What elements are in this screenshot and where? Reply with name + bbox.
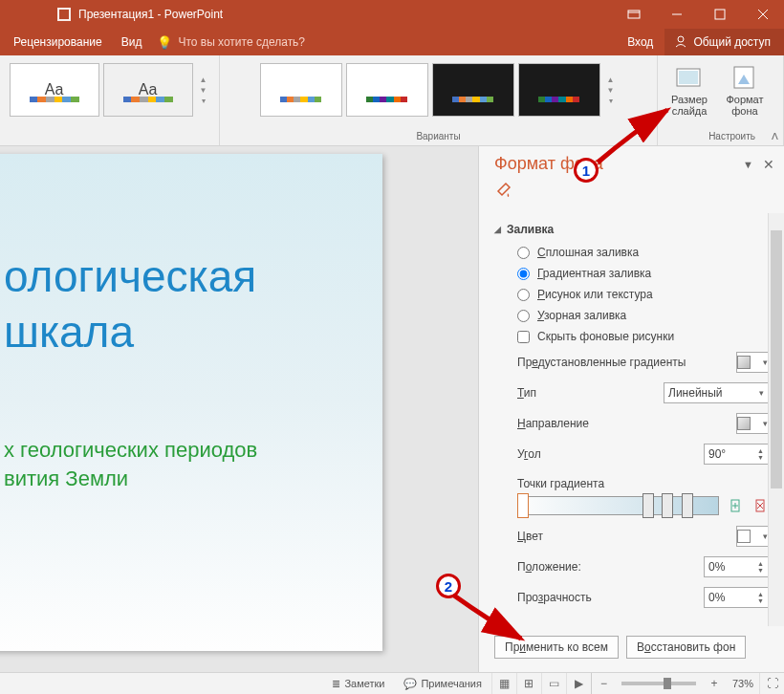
gradient-stop[interactable] <box>662 493 673 518</box>
notes-button[interactable]: ≣Заметки <box>322 673 394 695</box>
format-background-button[interactable]: Формат фона <box>717 59 773 117</box>
variants-up-icon[interactable]: ▲ <box>604 76 618 84</box>
preset-dropdown[interactable]: ▾ <box>736 352 769 373</box>
fit-window-icon[interactable]: ⛶ <box>759 673 784 695</box>
zoom-out-icon[interactable]: − <box>591 673 616 695</box>
variants-down-icon[interactable]: ▼ <box>604 86 618 95</box>
bulb-icon: 💡 <box>157 35 172 50</box>
preset-label: Предустановленные градиенты <box>517 356 736 369</box>
window-controls <box>612 0 784 29</box>
sorter-view-icon[interactable]: ⊞ <box>516 673 541 695</box>
pane-close-icon[interactable]: ✕ <box>763 157 774 172</box>
transparency-input[interactable]: 0%▲▼ <box>704 587 769 608</box>
field-color: Цвет ▾ <box>479 521 784 552</box>
pane-toolbar <box>479 176 784 213</box>
section-fill-label: Заливка <box>507 223 554 236</box>
reset-background-button[interactable]: Восстановить фон <box>626 636 746 659</box>
themes-group: Aa Aa ▲ ▼ ▾ <box>0 55 220 145</box>
radio-gradient[interactable]: Градиентная заливка <box>479 263 784 284</box>
gallery-up-icon[interactable]: ▲ <box>197 76 210 84</box>
type-dropdown[interactable]: Линейный▾ <box>664 382 769 403</box>
gallery-more-icon[interactable]: ▾ <box>197 97 210 105</box>
svg-rect-5 <box>715 10 725 19</box>
tellme-label: Что вы хотите сделать? <box>178 35 305 49</box>
gradient-stop[interactable] <box>517 493 529 518</box>
reading-view-icon[interactable]: ▭ <box>541 673 566 695</box>
slide-size-label: Размер слайда <box>671 94 708 117</box>
customize-group-label: Настроить <box>708 129 755 143</box>
format-background-label: Формат фона <box>726 94 763 117</box>
gradient-bar[interactable] <box>517 496 719 515</box>
tab-view[interactable]: Вид <box>112 29 152 55</box>
radio-solid[interactable]: Сплошная заливка <box>479 242 784 263</box>
slide-title[interactable]: ологическаяшкала <box>0 249 382 359</box>
section-fill[interactable]: ◢ Заливка <box>479 217 784 242</box>
status-bar: ≣Заметки 💬Примечания ▦ ⊞ ▭ ▶ − + 73% ⛶ <box>0 672 784 694</box>
tellme-search[interactable]: 💡 Что вы хотите сделать? <box>157 35 305 50</box>
radio-pattern[interactable]: Узорная заливка <box>479 305 784 326</box>
collapse-triangle-icon: ◢ <box>494 225 501 234</box>
comments-icon: 💬 <box>403 678 417 690</box>
angle-input[interactable]: 90°▲▼ <box>704 444 769 465</box>
theme-thumb[interactable]: Aa <box>103 63 193 117</box>
title-bar: Презентация1 - PowerPoint <box>0 0 784 29</box>
notes-icon: ≣ <box>332 678 340 690</box>
variant-thumb[interactable] <box>346 63 428 117</box>
pane-body: ◢ Заливка Сплошная заливка Градиентная з… <box>479 213 784 626</box>
slide-canvas[interactable]: ологическаяшкала х геологических периодо… <box>0 146 478 672</box>
remove-stop-icon[interactable] <box>751 497 769 514</box>
zoom-level[interactable]: 73% <box>727 673 759 695</box>
tab-review[interactable]: Рецензирование <box>4 29 112 55</box>
share-button[interactable]: Общий доступ <box>664 29 784 55</box>
pane-scrollbar[interactable] <box>768 213 784 626</box>
fill-category-icon[interactable] <box>494 184 513 203</box>
normal-view-icon[interactable]: ▦ <box>491 673 516 695</box>
apply-to-all-button[interactable]: Применить ко всем <box>494 636 619 659</box>
variant-thumb[interactable] <box>432 63 514 117</box>
signin-link[interactable]: Вход <box>616 35 664 49</box>
format-background-pane: Формат фона ▼ ✕ ◢ Заливка Сплошная залив… <box>478 146 784 672</box>
field-angle: Угол 90°▲▼ <box>479 439 784 469</box>
slide-size-button[interactable]: Размер слайда <box>662 59 717 117</box>
position-label: Положение: <box>517 560 704 574</box>
svg-rect-10 <box>679 71 698 84</box>
app-icon <box>57 8 71 21</box>
position-input[interactable]: 0%▲▼ <box>704 556 769 577</box>
maximize-icon[interactable] <box>698 0 741 29</box>
share-label: Общий доступ <box>693 35 771 49</box>
color-dropdown[interactable]: ▾ <box>736 526 769 547</box>
main-area: ологическаяшкала х геологических периодо… <box>0 146 784 672</box>
theme-thumb[interactable]: Aa <box>10 63 99 117</box>
variant-thumb[interactable] <box>260 63 342 117</box>
transparency-label: Прозрачность <box>517 591 704 604</box>
close-icon[interactable] <box>741 0 784 29</box>
zoom-in-icon[interactable]: + <box>702 673 727 695</box>
radio-picture[interactable]: Рисунок или текстура <box>479 284 784 305</box>
add-stop-icon[interactable] <box>727 497 744 514</box>
slide-subtitle[interactable]: х геологических периодоввития Земли <box>0 436 382 492</box>
pane-title: Формат фона <box>494 154 743 174</box>
field-type: Тип Линейный▾ <box>479 378 784 408</box>
ribbon-display-icon[interactable] <box>612 0 655 29</box>
variants-more-icon[interactable]: ▾ <box>604 97 618 105</box>
angle-label: Угол <box>517 447 704 461</box>
ribbon: Aa Aa ▲ ▼ ▾ ▲ ▼ ▾ Вариан <box>0 55 784 146</box>
field-position: Положение: 0%▲▼ <box>479 552 784 582</box>
variant-thumb[interactable] <box>518 63 600 117</box>
minimize-icon[interactable] <box>655 0 698 29</box>
gradient-stop[interactable] <box>642 493 654 518</box>
pane-menu-icon[interactable]: ▼ <box>743 159 753 170</box>
svg-point-8 <box>678 36 684 42</box>
zoom-slider[interactable] <box>621 682 696 685</box>
pane-header: Формат фона ▼ ✕ <box>479 146 784 176</box>
comments-button[interactable]: 💬Примечания <box>394 673 491 695</box>
check-hide-bg[interactable]: Скрыть фоновые рисунки <box>479 326 784 347</box>
stops-label: Точки градиента <box>479 469 784 494</box>
collapse-ribbon-icon[interactable]: ᐱ <box>772 131 778 141</box>
variants-group-label: Варианты <box>416 129 460 143</box>
slideshow-view-icon[interactable]: ▶ <box>566 673 591 695</box>
gallery-down-icon[interactable]: ▼ <box>197 86 210 95</box>
gradient-stop[interactable] <box>682 493 693 518</box>
direction-dropdown[interactable]: ▾ <box>736 413 769 434</box>
type-label: Тип <box>517 386 664 400</box>
